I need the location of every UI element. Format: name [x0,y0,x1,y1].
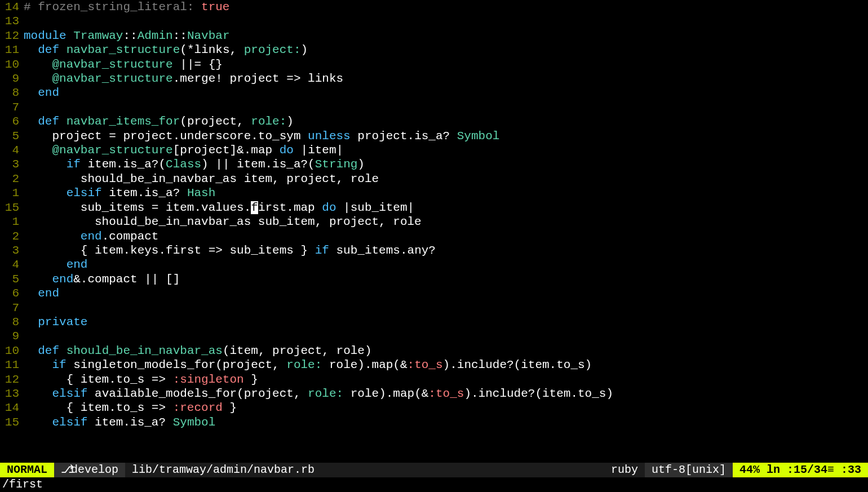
line-number: 8 [0,315,24,329]
code-line[interactable]: 13 elsif available_models_for(project, r… [0,387,868,401]
line-content[interactable]: { item.keys.first => sub_items } if sub_… [24,243,868,258]
code-line[interactable]: 8 private [0,315,868,329]
line-content[interactable]: project = project.underscore.to_sym unle… [24,129,868,143]
file-encoding: utf-8[unix] [645,463,733,477]
code-line[interactable]: 6 def navbar_items_for(project, role:) [0,114,868,128]
code-line[interactable]: 10 def should_be_in_navbar_as(item, proj… [0,344,868,358]
cursor-position: 44% ln :15/34≡ :33 [733,463,868,477]
line-content[interactable]: def navbar_items_for(project, role:) [24,114,868,128]
line-number: 7 [0,100,24,114]
line-content[interactable]: def navbar_structure(*links, project:) [24,43,868,57]
line-content[interactable]: module Tramway::Admin::Navbar [24,29,868,43]
line-number: 10 [0,344,24,358]
line-number: 14 [0,401,24,415]
line-number: 5 [0,272,24,286]
code-line[interactable]: 15 elsif item.is_a? Symbol [0,415,868,429]
vim-mode: NORMAL [0,463,54,477]
code-line[interactable]: 2 should_be_in_navbar_as item, project, … [0,172,868,186]
line-number: 15 [0,415,24,429]
line-content[interactable]: @navbar_structure ||= {} [24,57,868,72]
line-number: 4 [0,258,24,272]
git-branch: ⎇ develop [54,463,125,477]
line-content[interactable]: end&.compact || [] [24,272,868,286]
line-content[interactable]: end [24,286,868,300]
line-content[interactable]: end [24,86,868,100]
line-content[interactable]: def should_be_in_navbar_as(item, project… [24,344,868,358]
file-type: ruby [604,463,645,477]
line-content[interactable]: @navbar_structure[project]&.map do |item… [24,143,868,157]
vim-editor: 14# frozen_string_literal: true1312modul… [0,0,868,492]
line-content[interactable]: @navbar_structure.merge! project => link… [24,72,868,86]
line-number: 9 [0,72,24,86]
branch-icon: ⎇ [61,463,68,477]
line-content[interactable] [24,329,868,343]
line-content[interactable]: should_be_in_navbar_as sub_item, project… [24,215,868,229]
code-line[interactable]: 5 project = project.underscore.to_sym un… [0,129,868,143]
line-number: 8 [0,86,24,100]
code-line[interactable]: 3 if item.is_a?(Class) || item.is_a?(Str… [0,157,868,171]
file-path: lib/tramway/admin/navbar.rb [125,463,604,477]
line-content[interactable]: end [24,258,868,272]
code-line[interactable]: 11 def navbar_structure(*links, project:… [0,43,868,57]
line-number: 6 [0,286,24,300]
line-content[interactable]: if item.is_a?(Class) || item.is_a?(Strin… [24,157,868,171]
code-line[interactable]: 15 sub_items = item.values.first.map do … [0,201,868,215]
code-line[interactable]: 1 elsif item.is_a? Hash [0,186,868,200]
line-number: 13 [0,387,24,401]
line-number: 11 [0,358,24,372]
line-content[interactable]: elsif item.is_a? Symbol [24,415,868,429]
line-number: 2 [0,172,24,186]
code-line[interactable]: 12 { item.to_s => :singleton } [0,373,868,387]
line-number: 3 [0,243,24,258]
code-line[interactable]: 3 { item.keys.first => sub_items } if su… [0,243,868,258]
line-content[interactable]: elsif item.is_a? Hash [24,186,868,200]
code-line[interactable]: 4 end [0,258,868,272]
line-number: 6 [0,114,24,128]
code-line[interactable]: 13 [0,14,868,28]
line-content[interactable]: { item.to_s => :record } [24,401,868,415]
line-content[interactable]: elsif available_models_for(project, role… [24,387,868,401]
code-line[interactable]: 10 @navbar_structure ||= {} [0,57,868,72]
code-area[interactable]: 14# frozen_string_literal: true1312modul… [0,0,868,463]
code-line[interactable]: 11 if singleton_models_for(project, role… [0,358,868,372]
line-content[interactable]: should_be_in_navbar_as item, project, ro… [24,172,868,186]
line-number: 10 [0,57,24,72]
code-line[interactable]: 5 end&.compact || [] [0,272,868,286]
line-number: 12 [0,29,24,43]
code-line[interactable]: 2 end.compact [0,229,868,243]
command-line[interactable]: /first [0,477,868,492]
status-bar: NORMAL ⎇ develop lib/tramway/admin/navba… [0,463,868,477]
line-content[interactable] [24,301,868,315]
line-content[interactable] [24,14,868,28]
code-line[interactable]: 7 [0,100,868,114]
code-line[interactable]: 14 { item.to_s => :record } [0,401,868,415]
line-number: 2 [0,229,24,243]
line-number: 3 [0,157,24,171]
line-content[interactable]: end.compact [24,229,868,243]
line-content[interactable]: sub_items = item.values.first.map do |su… [24,201,868,215]
line-number: 5 [0,129,24,143]
line-content[interactable]: if singleton_models_for(project, role: r… [24,358,868,372]
line-number: 1 [0,186,24,200]
code-line[interactable]: 8 end [0,86,868,100]
line-content[interactable]: # frozen_string_literal: true [24,0,868,14]
line-number: 11 [0,43,24,57]
code-line[interactable]: 12module Tramway::Admin::Navbar [0,29,868,43]
line-number: 12 [0,373,24,387]
line-number: 14 [0,0,24,14]
line-number: 7 [0,301,24,315]
code-line[interactable]: 9 [0,329,868,343]
line-content[interactable] [24,100,868,114]
code-line[interactable]: 1 should_be_in_navbar_as sub_item, proje… [0,215,868,229]
code-line[interactable]: 14# frozen_string_literal: true [0,0,868,14]
line-number: 13 [0,14,24,28]
line-content[interactable]: private [24,315,868,329]
code-line[interactable]: 7 [0,301,868,315]
code-line[interactable]: 4 @navbar_structure[project]&.map do |it… [0,143,868,157]
line-content[interactable]: { item.to_s => :singleton } [24,373,868,387]
code-line[interactable]: 6 end [0,286,868,300]
line-number: 9 [0,329,24,343]
code-line[interactable]: 9 @navbar_structure.merge! project => li… [0,72,868,86]
line-number: 15 [0,201,24,215]
branch-name: develop [71,463,118,477]
